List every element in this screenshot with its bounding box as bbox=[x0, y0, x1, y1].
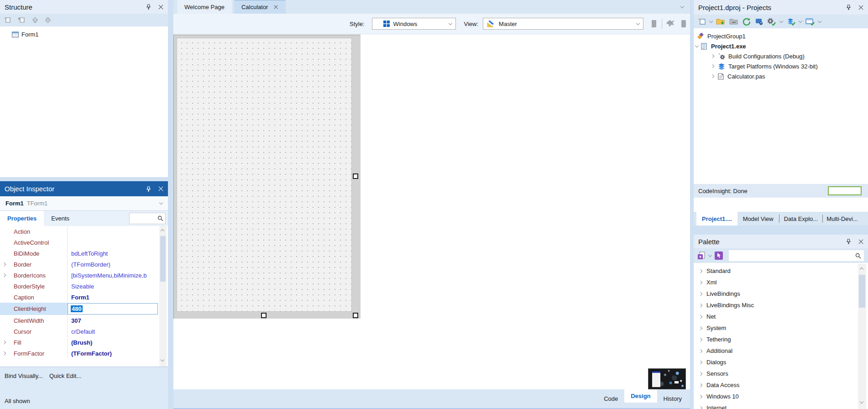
delete-item-icon[interactable] bbox=[17, 16, 26, 24]
add-to-project-icon[interactable] bbox=[716, 17, 726, 26]
property-row[interactable]: Cursor crDefault bbox=[0, 326, 168, 337]
resize-handle-bottom[interactable] bbox=[261, 313, 267, 318]
palette-category[interactable]: Tethering bbox=[699, 334, 868, 345]
chevron-down-icon[interactable] bbox=[779, 19, 783, 22]
pin-icon[interactable] bbox=[146, 186, 151, 192]
component-page-icon[interactable] bbox=[697, 251, 706, 260]
pin-icon[interactable] bbox=[846, 239, 851, 244]
tab-data-explorer[interactable]: Data Explo... bbox=[779, 212, 822, 225]
expand-chevron-icon[interactable] bbox=[699, 360, 702, 364]
tree-node-project-exe[interactable]: Project1.exe bbox=[694, 41, 868, 51]
palette-category[interactable]: Sensors bbox=[699, 368, 868, 379]
tab-multi-device[interactable]: Multi-Devi... bbox=[823, 212, 862, 225]
expand-chevron-icon[interactable] bbox=[711, 54, 714, 58]
expand-chevron-icon[interactable] bbox=[699, 383, 702, 387]
quick-edit-link[interactable]: Quick Edit... bbox=[49, 372, 81, 379]
platforms-icon[interactable] bbox=[786, 17, 796, 26]
scroll-up-icon[interactable] bbox=[161, 229, 164, 233]
style-dropdown[interactable]: Windows bbox=[372, 18, 456, 30]
tab-list-chevron-icon[interactable] bbox=[680, 4, 684, 8]
model-support-icon[interactable] bbox=[754, 17, 763, 26]
property-row-selected[interactable]: ClientHeight 480 bbox=[0, 303, 168, 315]
scroll-down-icon[interactable] bbox=[860, 400, 863, 404]
expand-chevron-icon[interactable] bbox=[699, 406, 702, 409]
move-up-icon[interactable] bbox=[31, 16, 39, 24]
property-row[interactable]: Border (TFormBorder) bbox=[0, 259, 168, 270]
expand-chevron-icon[interactable] bbox=[699, 269, 702, 273]
expand-chevron-icon[interactable] bbox=[699, 280, 702, 284]
property-row[interactable]: BiDiMode bdLeftToRight bbox=[0, 248, 168, 259]
property-row[interactable]: FormFactor (TFormFactor) bbox=[0, 348, 168, 359]
expand-chevron-icon[interactable] bbox=[699, 315, 702, 318]
design-tab[interactable]: Design bbox=[624, 389, 657, 403]
property-value-editor[interactable]: 480 bbox=[68, 303, 158, 315]
palette-category[interactable]: Additional bbox=[699, 345, 868, 357]
expand-chevron-icon[interactable] bbox=[699, 326, 702, 330]
move-down-icon[interactable] bbox=[44, 16, 52, 24]
refresh-icon[interactable] bbox=[742, 17, 751, 26]
build-config-icon[interactable] bbox=[767, 17, 777, 26]
tab-events[interactable]: Events bbox=[44, 211, 77, 226]
close-icon[interactable] bbox=[858, 5, 863, 10]
property-row[interactable]: BorderIcons [biSystemMenu,biMinimize,b bbox=[0, 270, 168, 281]
palette-category[interactable]: System bbox=[699, 322, 868, 334]
disabled-run-icon[interactable] bbox=[666, 19, 676, 28]
tree-node-calculator-pas[interactable]: Calculator.pas bbox=[694, 71, 868, 81]
property-row[interactable]: Caption Form1 bbox=[0, 292, 168, 303]
pin-icon[interactable] bbox=[846, 5, 851, 10]
tree-node-projectgroup[interactable]: ProjectGroup1 bbox=[694, 31, 868, 41]
pin-icon[interactable] bbox=[146, 4, 151, 10]
tab-project1[interactable]: Project1.... bbox=[696, 212, 737, 225]
views-icon[interactable] bbox=[805, 17, 815, 26]
property-row[interactable]: ClientWidth 307 bbox=[0, 315, 168, 326]
palette-scrollbar[interactable] bbox=[858, 264, 866, 409]
palette-category[interactable]: Dialogs bbox=[699, 357, 868, 368]
tree-node-target-platforms[interactable]: Target Platforms (Windows 32-bit) bbox=[694, 61, 868, 71]
palette-category[interactable]: Data Access bbox=[699, 379, 868, 391]
tree-node-build-configurations[interactable]: Build Configurations (Debug) bbox=[694, 51, 868, 61]
chevron-down-icon[interactable] bbox=[159, 201, 163, 204]
chevron-down-icon[interactable] bbox=[708, 253, 712, 257]
tab-model-view[interactable]: Model View bbox=[737, 212, 779, 225]
inspector-scrollbar[interactable] bbox=[159, 226, 167, 367]
view-dropdown[interactable]: Master bbox=[483, 18, 643, 30]
expand-chevron-icon[interactable] bbox=[699, 337, 702, 341]
structure-node-form1[interactable]: Form1 bbox=[12, 29, 168, 39]
property-row[interactable]: Action bbox=[0, 226, 168, 237]
scroll-up-icon[interactable] bbox=[860, 267, 863, 271]
palette-category[interactable]: LiveBindings bbox=[699, 288, 868, 299]
close-tab-icon[interactable] bbox=[274, 5, 278, 9]
palette-search-input[interactable] bbox=[728, 250, 864, 262]
tab-properties[interactable]: Properties bbox=[0, 211, 44, 226]
close-icon[interactable] bbox=[158, 5, 163, 10]
bind-visually-link[interactable]: Bind Visually... bbox=[5, 372, 43, 379]
palette-category[interactable]: Xml bbox=[699, 277, 868, 288]
property-row[interactable]: Fill (Brush) bbox=[0, 337, 168, 348]
scroll-down-icon[interactable] bbox=[161, 358, 164, 362]
resize-handle-corner[interactable] bbox=[353, 313, 358, 318]
property-row[interactable]: ActiveControl bbox=[0, 237, 168, 248]
expand-chevron-icon[interactable] bbox=[699, 303, 702, 307]
selection-tool-icon[interactable] bbox=[714, 251, 723, 260]
palette-category[interactable]: Net bbox=[699, 311, 868, 322]
form-design-grid[interactable] bbox=[177, 38, 352, 312]
remove-from-project-icon[interactable] bbox=[729, 17, 739, 26]
object-selector[interactable]: Form1 TForm1 bbox=[0, 196, 168, 211]
collapse-chevron-icon[interactable] bbox=[695, 43, 699, 47]
property-row[interactable]: BorderStyle Sizeable bbox=[0, 281, 168, 292]
disabled-view-icon[interactable] bbox=[680, 19, 687, 28]
expand-chevron-icon[interactable] bbox=[699, 372, 702, 375]
chevron-down-icon[interactable] bbox=[709, 19, 713, 22]
close-icon[interactable] bbox=[158, 186, 163, 191]
history-tab[interactable]: History bbox=[657, 392, 688, 405]
right-panel-splitter[interactable] bbox=[694, 225, 868, 235]
scrollbar-thumb[interactable] bbox=[859, 275, 865, 308]
palette-category[interactable]: LiveBindings Misc bbox=[699, 299, 868, 311]
expand-chevron-icon[interactable] bbox=[711, 74, 714, 78]
palette-category[interactable]: Internet bbox=[699, 402, 868, 409]
new-project-icon[interactable] bbox=[697, 17, 706, 26]
right-splitter[interactable] bbox=[690, 0, 694, 409]
scrollbar-thumb[interactable] bbox=[160, 236, 166, 282]
close-icon[interactable] bbox=[858, 239, 863, 244]
palette-category[interactable]: Standard bbox=[699, 265, 868, 277]
